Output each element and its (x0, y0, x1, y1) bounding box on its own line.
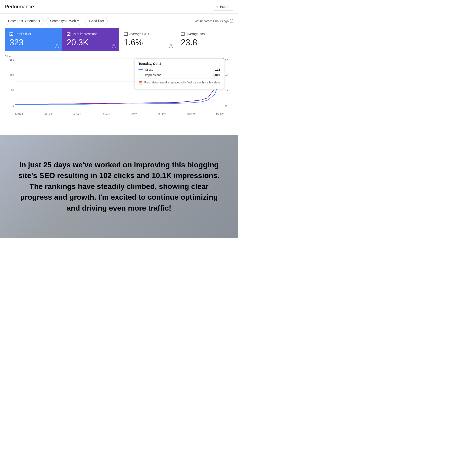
tooltip-impressions-value: 5,819 (212, 73, 220, 77)
chevron-down-icon: ▾ (39, 19, 40, 23)
chart-area: Clicks 150 100 50 0 6K 4K 2K 0 (0, 51, 238, 117)
tooltip-impressions-line (138, 75, 143, 75)
tooltip-clicks-line (138, 69, 143, 70)
bottom-text: In just 25 days we've worked on improvin… (14, 159, 224, 213)
last-updated: Last updated: 4 hours ago ? (194, 19, 233, 23)
date-filter-button[interactable]: Date: Last 3 months ▾ (5, 17, 44, 25)
metric-value-ctr: 1.6% (124, 38, 171, 47)
help-icon-ctr[interactable]: ? (169, 44, 173, 48)
help-icon[interactable]: ? (230, 19, 233, 23)
chart-tooltip: Tuesday, Oct 1 Clicks 122 Impressions 5,… (135, 58, 224, 89)
tooltip-impressions-label: Impressions (145, 73, 161, 77)
metric-label-ctr: Average CTR (129, 32, 149, 36)
export-icon: ↑ (217, 5, 219, 9)
calendar-icon: 📅 (138, 81, 142, 85)
page-title: Performance (5, 4, 34, 10)
metric-card-average-ctr[interactable]: Average CTR 1.6% ? (119, 28, 176, 51)
x-axis: 8/10/24 8/17/24 8/24/24 8/31/24 9/7/24 9… (15, 113, 224, 115)
metric-card-total-impressions[interactable]: Total impressions 20.3K ? (62, 28, 119, 51)
metric-value-clicks: 323 (10, 38, 57, 47)
metric-label-impressions: Total impressions (72, 32, 97, 36)
fresh-data-text: Fresh data - usually replaced with final… (144, 81, 220, 85)
metrics-row: Total clicks 323 ? Total impressions 20.… (0, 28, 238, 51)
help-icon-clicks[interactable]: ? (55, 44, 59, 48)
tooltip-clicks-value: 122 (215, 68, 220, 71)
y-axis-right: 6K 4K 2K 0 (225, 58, 233, 107)
y-axis-left-label: Clicks (5, 55, 11, 58)
top-section: Performance ↑ Export Date: Last 3 months… (0, 0, 238, 135)
metric-checkbox-position[interactable] (181, 32, 185, 36)
metric-checkbox-clicks[interactable] (10, 32, 13, 36)
metric-label-position: Average pos. (187, 32, 205, 36)
filters-bar: Date: Last 3 months ▾ Search type: Web ▾… (0, 14, 238, 28)
search-type-filter-button[interactable]: Search type: Web ▾ (47, 17, 82, 25)
metric-value-impressions: 20.3K (67, 38, 114, 47)
tooltip-clicks-label: Clicks (145, 68, 153, 71)
metric-card-total-clicks[interactable]: Total clicks 323 ? (5, 28, 62, 51)
metric-card-average-position[interactable]: Average pos. 23.8 (176, 28, 233, 51)
tooltip-clicks-row: Clicks 122 (138, 68, 220, 71)
add-filter-button[interactable]: + Add filter (85, 17, 108, 25)
header-bar: Performance ↑ Export (0, 0, 238, 14)
chevron-down-icon: ▾ (77, 19, 79, 23)
export-button[interactable]: ↑ Export (213, 3, 233, 11)
y-axis-left: 150 100 50 0 (5, 58, 14, 107)
tooltip-fresh-data: 📅 Fresh data - usually replaced with fin… (138, 81, 220, 85)
metric-label-clicks: Total clicks (15, 32, 31, 36)
metric-checkbox-ctr[interactable] (124, 32, 128, 36)
tooltip-impressions-indicator: Impressions (138, 73, 161, 77)
chart-container: Clicks 150 100 50 0 6K 4K 2K 0 (5, 54, 233, 117)
tooltip-date: Tuesday, Oct 1 (138, 62, 220, 66)
help-icon-impressions[interactable]: ? (112, 44, 116, 48)
tooltip-impressions-row: Impressions 5,819 (138, 73, 220, 77)
metric-checkbox-impressions[interactable] (67, 32, 70, 36)
bottom-section: In just 25 days we've worked on improvin… (0, 135, 238, 238)
tooltip-divider (138, 79, 220, 79)
tooltip-clicks-indicator: Clicks (138, 68, 153, 71)
metric-value-position: 23.8 (181, 38, 228, 47)
